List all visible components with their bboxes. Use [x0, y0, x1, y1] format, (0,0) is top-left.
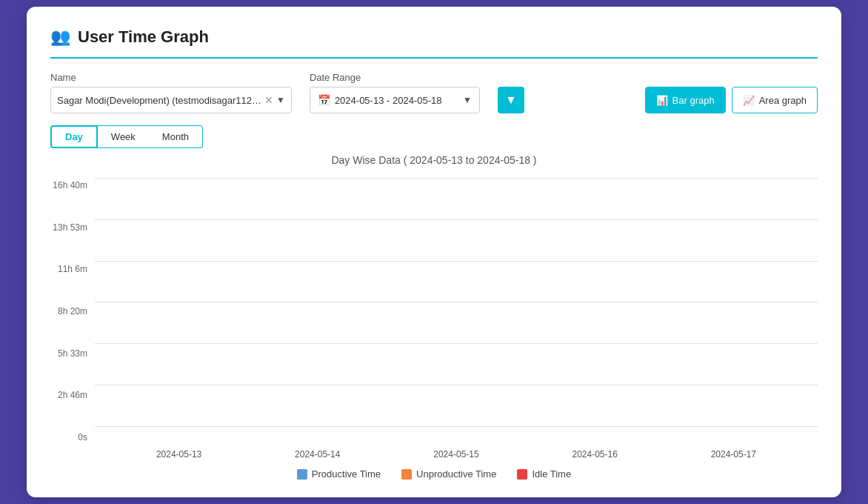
chart-container: 16h 40m 13h 53m 11h 6m 8h 20m 5h 33m 2h …	[50, 178, 818, 460]
x-label-0: 2024-05-13	[135, 445, 224, 460]
users-icon: 👥	[50, 27, 70, 47]
y-label-2: 11h 6m	[58, 265, 87, 273]
date-label: Date Range	[310, 72, 480, 83]
y-label-3: 8h 20m	[58, 307, 87, 316]
area-graph-label: Area graph	[759, 95, 807, 106]
month-button[interactable]: Month	[149, 125, 203, 148]
name-select[interactable]: Sagar Modi(Development) (testmodisagar11…	[50, 87, 292, 113]
chart-area: Day Wise Data ( 2024-05-13 to 2024-05-18…	[50, 154, 818, 480]
calendar-icon: 📅	[318, 94, 330, 106]
x-label-1: 2024-05-14	[273, 445, 362, 460]
bars-row	[95, 178, 818, 427]
page-title: User Time Graph	[78, 27, 209, 47]
y-label-4: 5h 33m	[58, 349, 87, 358]
filter-button[interactable]: ▼	[498, 87, 524, 113]
y-label-1: 13h 53m	[53, 223, 87, 232]
date-field-group: Date Range 📅 2024-05-13 - 2024-05-18 ▼	[310, 72, 480, 113]
name-clear-icon[interactable]: ✕	[264, 94, 273, 106]
y-axis: 16h 40m 13h 53m 11h 6m 8h 20m 5h 33m 2h …	[50, 178, 95, 460]
name-dropdown-icon[interactable]: ▼	[276, 95, 285, 105]
week-button[interactable]: Week	[98, 125, 149, 148]
bar-graph-button[interactable]: 📊 Bar graph	[645, 87, 726, 113]
x-label-4: 2024-05-17	[689, 445, 778, 460]
graph-type-buttons: 📊 Bar graph 📈 Area graph	[645, 87, 818, 113]
legend: Productive Time Unproductive Time Idle T…	[50, 468, 818, 480]
unproductive-dot	[401, 469, 412, 480]
productive-dot	[297, 469, 307, 480]
area-graph-button[interactable]: 📈 Area graph	[732, 87, 818, 113]
card-header: 👥 User Time Graph	[50, 27, 818, 59]
bar-graph-label: Bar graph	[672, 95, 715, 106]
unproductive-label: Unproductive Time	[416, 468, 496, 480]
idle-label: Idle Time	[532, 468, 571, 480]
day-button[interactable]: Day	[50, 125, 98, 148]
controls-row: Name Sagar Modi(Development) (testmodisa…	[50, 72, 818, 113]
x-label-3: 2024-05-16	[550, 445, 639, 460]
x-label-2: 2024-05-15	[412, 445, 501, 460]
name-label: Name	[50, 72, 292, 83]
legend-idle: Idle Time	[517, 468, 571, 480]
y-label-0: 16h 40m	[53, 181, 87, 190]
chart-title: Day Wise Data ( 2024-05-13 to 2024-05-18…	[50, 154, 818, 166]
period-buttons: Day Week Month	[50, 125, 818, 148]
main-card: 👥 User Time Graph Name Sagar Modi(Develo…	[27, 7, 841, 497]
y-label-6: 0s	[78, 433, 87, 442]
name-field-group: Name Sagar Modi(Development) (testmodisa…	[50, 72, 292, 113]
name-select-value: Sagar Modi(Development) (testmodisagar11…	[57, 95, 264, 106]
y-label-5: 2h 46m	[58, 391, 87, 399]
date-picker[interactable]: 📅 2024-05-13 - 2024-05-18 ▼	[310, 87, 480, 113]
bar-graph-icon: 📊	[656, 95, 668, 106]
date-value: 2024-05-13 - 2024-05-18	[335, 95, 458, 106]
productive-label: Productive Time	[312, 468, 381, 480]
filter-icon: ▼	[505, 93, 517, 107]
legend-productive: Productive Time	[297, 468, 381, 480]
chart-inner: 2024-05-132024-05-142024-05-152024-05-16…	[95, 178, 818, 460]
area-graph-icon: 📈	[743, 95, 755, 106]
date-dropdown-icon: ▼	[463, 95, 472, 105]
legend-unproductive: Unproductive Time	[401, 468, 496, 480]
idle-dot	[517, 469, 527, 480]
x-labels: 2024-05-132024-05-142024-05-152024-05-16…	[95, 427, 818, 460]
